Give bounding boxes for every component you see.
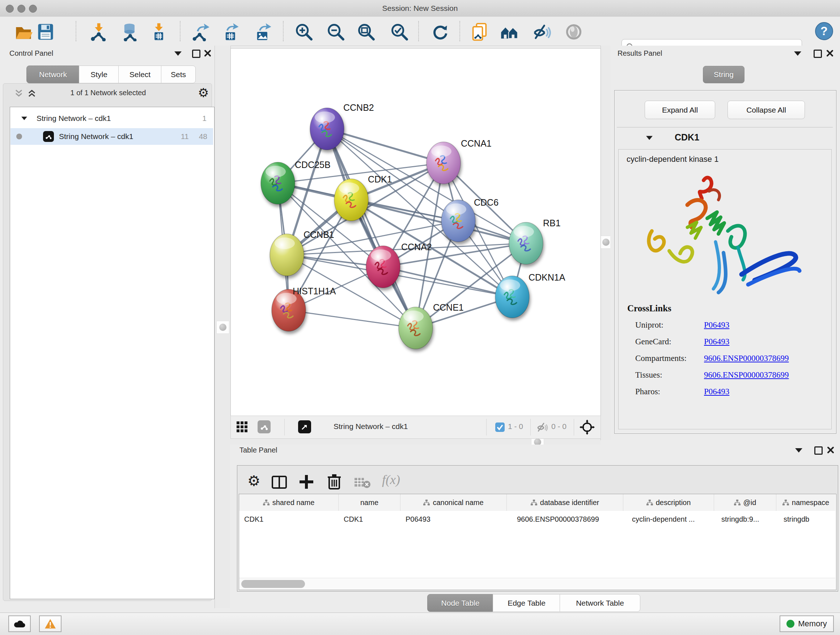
column-header-canonical-name[interactable]: canonical name bbox=[401, 494, 507, 511]
crosshair-icon[interactable] bbox=[579, 420, 595, 435]
chevron-double-down-icon[interactable] bbox=[14, 89, 24, 98]
left-splitter[interactable] bbox=[215, 46, 231, 608]
table-cell[interactable]: cyclin-dependent ... bbox=[623, 511, 714, 527]
edge-CCNB2-CCNA1[interactable] bbox=[327, 129, 444, 163]
window-controls[interactable] bbox=[6, 5, 41, 14]
panel-close-icon[interactable] bbox=[826, 50, 834, 57]
crosslink-pharos-link[interactable]: P06493 bbox=[704, 387, 729, 396]
node-CCNE1[interactable]: CCNE1 bbox=[399, 302, 464, 349]
birdseye-view-icon[interactable] bbox=[298, 420, 311, 433]
show-columns-icon[interactable] bbox=[272, 476, 287, 489]
import-network-database-icon[interactable] bbox=[121, 22, 140, 41]
houses-icon[interactable] bbox=[500, 22, 519, 41]
node-CDKN1A[interactable]: CDKN1A bbox=[495, 272, 565, 318]
zoom-fit-icon[interactable] bbox=[357, 22, 376, 41]
open-file-icon[interactable] bbox=[14, 22, 33, 41]
node-RB1[interactable]: RB1 bbox=[509, 218, 561, 264]
tree-row-network[interactable]: String Network – cdk1 11 48 bbox=[11, 128, 213, 145]
tree-network-label: String Network – cdk1 bbox=[59, 132, 133, 141]
warning-button[interactable] bbox=[39, 616, 62, 632]
horizontal-splitter[interactable] bbox=[230, 439, 600, 445]
table-cell[interactable]: stringdb:9... bbox=[714, 511, 776, 527]
export-table-icon[interactable] bbox=[222, 22, 240, 41]
collapse-all-button[interactable]: Collapse All bbox=[728, 101, 805, 119]
import-table-icon[interactable] bbox=[149, 22, 168, 41]
node-CCNA2[interactable]: CCNA2 bbox=[366, 242, 432, 288]
tab-style[interactable]: Style bbox=[79, 65, 119, 83]
network-graph[interactable]: CCNB2CCNA1CDC25BCDK1CDC6RB1CCNB1CCNA2CDK… bbox=[231, 49, 600, 416]
tab-sets[interactable]: Sets bbox=[161, 65, 196, 83]
browser-documents-icon[interactable] bbox=[470, 22, 489, 41]
eye-slash-icon[interactable] bbox=[532, 22, 551, 41]
memory-button[interactable]: Memory bbox=[780, 616, 834, 632]
help-icon[interactable]: ? bbox=[815, 22, 834, 41]
node-HIST1H1A[interactable]: HIST1H1A bbox=[272, 286, 336, 331]
tab-edge-table[interactable]: Edge Table bbox=[493, 594, 561, 612]
panel-collapse-icon[interactable] bbox=[795, 448, 802, 453]
cloud-button[interactable] bbox=[8, 616, 31, 632]
column-header-shared-name[interactable]: shared name bbox=[239, 494, 339, 511]
edge-CCNB2-CCNE1[interactable] bbox=[327, 129, 416, 328]
panel-close-icon[interactable] bbox=[204, 50, 211, 57]
tab-select[interactable]: Select bbox=[118, 65, 162, 83]
close-window-icon[interactable] bbox=[6, 5, 14, 13]
memory-status-dot bbox=[786, 620, 794, 628]
crosslink-compartments-link[interactable]: 9606.ENSP00000378699 bbox=[704, 354, 789, 363]
crosslink-tissues-link[interactable]: 9606.ENSP00000378699 bbox=[704, 371, 789, 380]
column-header-id[interactable]: @id bbox=[714, 494, 776, 511]
table-cell[interactable]: stringdb bbox=[776, 511, 835, 527]
network-view[interactable]: CCNB2CCNA1CDC25BCDK1CDC6RB1CCNB1CCNA2CDK… bbox=[231, 48, 601, 416]
export-image-icon[interactable] bbox=[254, 22, 272, 41]
zoom-out-icon[interactable] bbox=[326, 22, 345, 41]
tab-select-label: Select bbox=[129, 70, 150, 79]
tree-expand-icon[interactable] bbox=[21, 117, 27, 120]
selected-checkbox-icon[interactable] bbox=[495, 422, 505, 432]
edge-HIST1H1A-CCNE1[interactable] bbox=[289, 310, 416, 328]
table-gear-icon[interactable]: ⚙ bbox=[248, 473, 261, 488]
save-icon[interactable] bbox=[36, 22, 55, 41]
cell-value: stringdb bbox=[783, 515, 809, 524]
delete-column-icon[interactable] bbox=[327, 473, 341, 490]
tab-network-table[interactable]: Network Table bbox=[560, 594, 640, 612]
left-splitter-handle[interactable] bbox=[216, 321, 229, 334]
table-cell[interactable]: CDK1 bbox=[239, 511, 338, 527]
panel-collapse-icon[interactable] bbox=[794, 51, 801, 56]
network-share-view-icon[interactable] bbox=[257, 420, 271, 433]
column-header-namespace[interactable]: namespace bbox=[776, 494, 835, 511]
export-network-icon[interactable] bbox=[191, 22, 210, 41]
tab-network[interactable]: Network bbox=[27, 65, 80, 83]
gene-collapse-icon[interactable] bbox=[646, 136, 653, 140]
panel-float-icon[interactable] bbox=[814, 447, 823, 455]
expand-all-button[interactable]: Expand All bbox=[645, 101, 715, 119]
minimize-window-icon[interactable] bbox=[17, 5, 25, 13]
zoom-selected-icon[interactable] bbox=[390, 22, 409, 41]
import-network-icon[interactable] bbox=[89, 22, 108, 41]
gear-icon[interactable]: ⚙ bbox=[198, 87, 209, 99]
tab-string[interactable]: String bbox=[703, 66, 745, 83]
tab-node-table[interactable]: Node Table bbox=[427, 594, 493, 612]
zoom-in-icon[interactable] bbox=[294, 22, 313, 41]
horizontal-scrollbar[interactable] bbox=[239, 578, 835, 590]
panel-close-icon[interactable] bbox=[827, 447, 834, 454]
panel-float-icon[interactable] bbox=[813, 50, 822, 58]
panel-float-icon[interactable] bbox=[192, 50, 201, 58]
hidden-eye-slash-icon[interactable] bbox=[536, 421, 548, 433]
right-splitter[interactable] bbox=[600, 46, 611, 440]
edge-CCNA2-CDKN1A[interactable] bbox=[383, 267, 512, 297]
column-header-description[interactable]: description bbox=[623, 494, 714, 511]
refresh-icon[interactable] bbox=[431, 22, 449, 41]
chevron-double-up-icon[interactable] bbox=[27, 89, 36, 98]
horizontal-scrollbar-thumb[interactable] bbox=[241, 580, 305, 588]
add-column-icon[interactable] bbox=[299, 474, 314, 489]
panel-collapse-icon[interactable] bbox=[174, 51, 182, 56]
tree-row-collection[interactable]: String Network – cdk1 1 bbox=[11, 110, 213, 127]
maximize-window-icon[interactable] bbox=[29, 5, 37, 13]
table-cell[interactable]: P06493 bbox=[401, 511, 507, 527]
table-cell[interactable]: 9606.ENSP00000378699 bbox=[507, 511, 623, 527]
crosslink-genecard-link[interactable]: P06493 bbox=[704, 337, 729, 347]
column-header-name[interactable]: name bbox=[339, 494, 401, 511]
column-header-database-identifier[interactable]: database identifier bbox=[507, 494, 623, 511]
table-cell[interactable]: CDK1 bbox=[339, 511, 400, 527]
grid-view-icon[interactable] bbox=[236, 421, 249, 434]
crosslink-uniprot-link[interactable]: P06493 bbox=[704, 320, 729, 330]
